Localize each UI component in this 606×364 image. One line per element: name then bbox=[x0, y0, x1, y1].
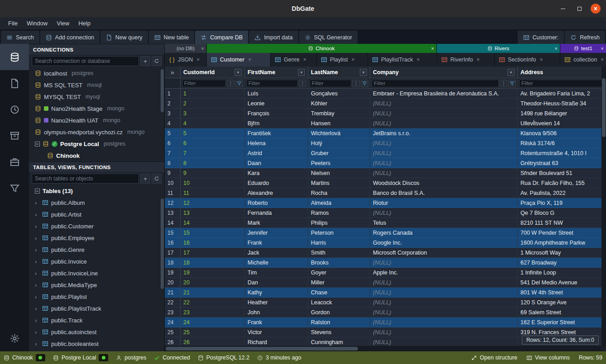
row-number[interactable]: 5 bbox=[165, 128, 181, 138]
cell-lastname[interactable]: Gordon bbox=[308, 307, 370, 317]
tab-riverinfo[interactable]: RiverInfo× bbox=[437, 53, 494, 66]
cell-customerid[interactable]: 3 bbox=[181, 109, 245, 118]
row-number[interactable]: 3 bbox=[165, 109, 181, 118]
grid-row[interactable]: 66HelenaHolý(NULL)Rilská 3174/6 bbox=[165, 138, 601, 148]
column-header-lastname[interactable]: LastName▾ bbox=[308, 66, 370, 78]
cell-address[interactable]: Rotenturmstraße 4, 1010 I bbox=[518, 148, 601, 158]
cell-firstname[interactable]: Bjřrn bbox=[245, 118, 308, 128]
cell-lastname[interactable]: Ralston bbox=[308, 317, 370, 327]
row-number[interactable]: 26 bbox=[165, 337, 181, 346]
objects-refresh-button[interactable] bbox=[152, 174, 162, 184]
cell-company[interactable]: Rogers Canada bbox=[370, 228, 518, 237]
cell-lastname[interactable]: Philips bbox=[308, 218, 370, 227]
tab-playlisttrack[interactable]: PlaylistTrack× bbox=[368, 53, 437, 66]
toolbar-button-customer[interactable]: Customer: bbox=[518, 31, 564, 44]
cell-address[interactable]: 1 Microsoft Way bbox=[518, 248, 601, 257]
filter-input-address[interactable] bbox=[519, 80, 601, 87]
grid-row[interactable]: 1111AlexandreRochaBanco do Brasil S.A.Av… bbox=[165, 188, 601, 198]
cell-company[interactable]: (NULL) bbox=[370, 317, 518, 327]
row-number[interactable]: 10 bbox=[165, 178, 181, 188]
cell-firstname[interactable]: Kara bbox=[245, 168, 308, 178]
filter-input-company[interactable] bbox=[372, 80, 499, 87]
cell-firstname[interactable]: Mark bbox=[245, 218, 308, 227]
tab-customer[interactable]: Customer× bbox=[207, 53, 270, 66]
row-number[interactable]: 9 bbox=[165, 168, 181, 178]
status-view-columns[interactable]: View columns bbox=[526, 355, 570, 361]
menu-window[interactable]: Window bbox=[22, 17, 52, 29]
cell-address[interactable]: 627 Broadway bbox=[518, 258, 601, 267]
toolbar-button-search[interactable]: Search bbox=[1, 31, 39, 44]
cell-company[interactable]: (NULL) bbox=[370, 109, 518, 118]
cell-lastname[interactable]: Stevens bbox=[308, 327, 370, 337]
cell-lastname[interactable]: Hansen bbox=[308, 118, 370, 128]
cell-address[interactable]: 162 E Superior Street bbox=[518, 317, 601, 327]
cell-firstname[interactable]: Richard bbox=[245, 337, 308, 346]
cell-company[interactable]: Woodstock Discos bbox=[370, 178, 518, 188]
close-icon[interactable]: × bbox=[303, 57, 306, 63]
connection-item-chinook[interactable]: Chinook bbox=[29, 150, 164, 161]
close-icon[interactable]: × bbox=[248, 57, 251, 63]
cell-firstname[interactable]: Jack bbox=[245, 248, 308, 257]
table-item-public-artist[interactable]: ›public.Artist bbox=[29, 208, 164, 220]
row-number[interactable]: 4 bbox=[165, 118, 181, 128]
cell-lastname[interactable]: Almeida bbox=[308, 198, 370, 208]
cell-address[interactable]: Sřnder Boulevard 51 bbox=[518, 168, 601, 178]
cell-customerid[interactable]: 22 bbox=[181, 298, 245, 307]
cell-address[interactable]: 1498 rue Bélanger bbox=[518, 109, 601, 118]
connection-item-localhost[interactable]: localhostpostgres bbox=[29, 67, 164, 79]
cell-lastname[interactable]: Holý bbox=[308, 138, 370, 148]
close-icon[interactable]: × bbox=[196, 57, 200, 63]
cell-firstname[interactable]: Victor bbox=[245, 327, 308, 337]
grid-row[interactable]: 2424FrankRalston(NULL)162 E Superior Str… bbox=[165, 317, 601, 327]
grid-row[interactable]: 1010EduardoMartinsWoodstock DiscosRua Dr… bbox=[165, 178, 601, 188]
cell-firstname[interactable]: Michelle bbox=[245, 258, 308, 267]
minimize-button[interactable] bbox=[558, 4, 568, 14]
column-menu-button[interactable]: ▾ bbox=[234, 69, 242, 76]
cell-lastname[interactable]: Goyer bbox=[308, 268, 370, 277]
cell-address[interactable]: Grétrystraat 63 bbox=[518, 158, 601, 168]
filter-input-customerid[interactable] bbox=[182, 80, 226, 87]
cell-customerid[interactable]: 21 bbox=[181, 288, 245, 297]
row-number[interactable]: 2 bbox=[165, 99, 181, 108]
row-number[interactable]: 20 bbox=[165, 278, 181, 287]
grid-row[interactable]: 99KaraNielsen(NULL)Sřnder Boulevard 51 bbox=[165, 168, 601, 178]
column-menu-button[interactable]: ▾ bbox=[507, 69, 515, 76]
menu-view[interactable]: View bbox=[52, 17, 74, 29]
row-number[interactable]: 11 bbox=[165, 188, 181, 198]
cell-customerid[interactable]: 19 bbox=[181, 268, 245, 277]
cell-address[interactable]: 69 Salem Street bbox=[518, 307, 601, 317]
close-icon[interactable]: × bbox=[601, 46, 604, 51]
toolbar-button-compare-db[interactable]: Compare DB bbox=[195, 31, 248, 44]
cell-lastname[interactable]: Köhler bbox=[308, 99, 370, 108]
tab-playlist[interactable]: Playlist× bbox=[317, 53, 367, 66]
cell-address[interactable]: 541 Del Medio Avenue bbox=[518, 278, 601, 287]
maximize-button[interactable] bbox=[574, 4, 584, 14]
status-chinook[interactable]: Chinook bbox=[4, 354, 45, 361]
cell-address[interactable]: Praça Pio X, 119 bbox=[518, 198, 601, 208]
cell-customerid[interactable]: 10 bbox=[181, 178, 245, 188]
grid-row[interactable]: 2121KathyChase(NULL)801 W 4th Street bbox=[165, 288, 601, 298]
row-number[interactable]: 7 bbox=[165, 148, 181, 158]
close-icon[interactable]: × bbox=[477, 57, 480, 63]
status-postgre-local[interactable]: Postgre Local bbox=[53, 354, 108, 361]
cell-customerid[interactable]: 9 bbox=[181, 168, 245, 178]
cell-address[interactable]: Av. Brigadeiro Faria Lima, 2 bbox=[518, 89, 601, 98]
add-object-small-button[interactable]: + bbox=[140, 174, 150, 184]
grid-row[interactable]: 33FrançoisTremblay(NULL)1498 rue Bélange… bbox=[165, 109, 601, 118]
close-button[interactable]: × bbox=[591, 4, 601, 14]
cell-firstname[interactable]: François bbox=[245, 109, 308, 118]
cell-address[interactable]: 120 S Orange Ave bbox=[518, 298, 601, 307]
tab-json[interactable]: { }JSON× bbox=[165, 53, 206, 66]
cell-lastname[interactable]: Smith bbox=[308, 248, 370, 257]
grid-vertical-scrollbar[interactable] bbox=[601, 66, 606, 346]
activity-history[interactable] bbox=[0, 96, 29, 123]
cell-customerid[interactable]: 17 bbox=[181, 248, 245, 257]
filter-menu-button[interactable]: ⋮ bbox=[227, 80, 234, 87]
activity-settings[interactable] bbox=[0, 325, 29, 351]
grid-row[interactable]: 11LuísGonçalvesEmbraer - Empresa Brasile… bbox=[165, 89, 601, 99]
toolbar-button-sql-generator[interactable]: SQL Generator bbox=[299, 31, 358, 44]
status-open-structure[interactable]: Open structure bbox=[471, 355, 517, 361]
cell-customerid[interactable]: 4 bbox=[181, 118, 245, 128]
cell-lastname[interactable]: Ramos bbox=[308, 208, 370, 217]
cell-address[interactable]: Klanova 9/506 bbox=[518, 128, 601, 138]
